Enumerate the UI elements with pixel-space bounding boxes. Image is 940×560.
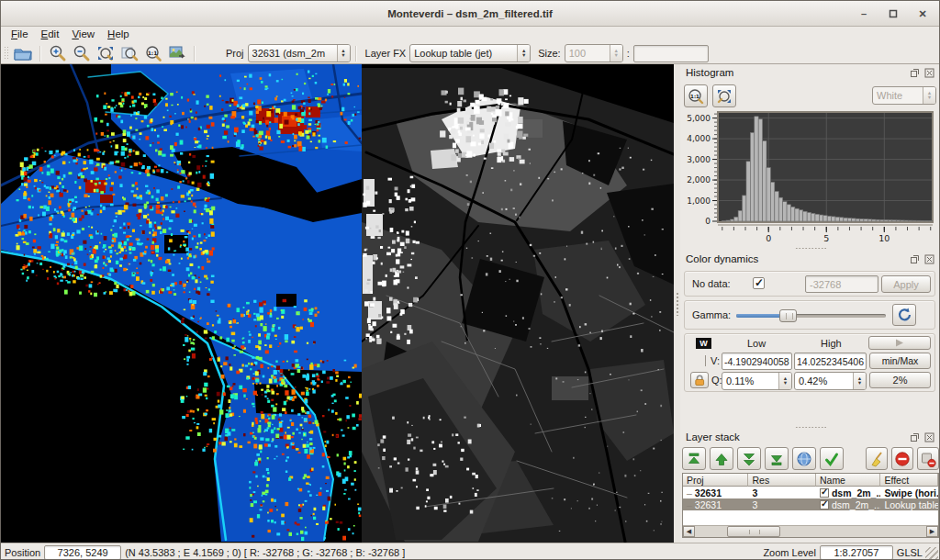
layer-reproject-button[interactable] — [792, 447, 816, 470]
column-header-effect[interactable]: Effect — [880, 474, 938, 487]
zoom-out-button[interactable] — [70, 43, 94, 63]
panel-close-button[interactable] — [923, 431, 935, 443]
image-view[interactable] — [1, 64, 674, 543]
play-icon — [895, 339, 904, 347]
lock-icon — [693, 374, 706, 386]
move-to-top-icon — [686, 451, 702, 467]
svg-text:3,000: 3,000 — [687, 155, 711, 164]
zoom-one-to-one-icon: 1:1 — [143, 44, 163, 62]
panel-close-button[interactable] — [923, 67, 935, 79]
scroll-right-arrow-icon[interactable]: ▶ — [926, 526, 938, 537]
low-header: Low — [747, 338, 766, 349]
no-data-checkbox[interactable] — [753, 277, 765, 289]
quantile-low-spinbox[interactable]: 0.11% ▲▼ — [722, 372, 792, 390]
maximize-button[interactable] — [886, 6, 901, 21]
high-header: High — [821, 338, 842, 349]
histogram-channel-value: White — [873, 90, 923, 101]
zoom-one-to-one-button[interactable]: 1:1 — [141, 43, 165, 63]
zoom-full-extent-button[interactable] — [94, 43, 118, 63]
svg-text:1,000: 1,000 — [687, 196, 711, 206]
table-row[interactable]: – 326313dsm_2m_...Swipe (hori. — [683, 487, 938, 498]
layer-move-bottom-button[interactable] — [765, 447, 789, 470]
histogram-zoom-extent-button[interactable] — [712, 84, 736, 107]
color-dynamics-titlebar: Color dynamics — [680, 251, 940, 267]
double-arrow-down-icon — [741, 451, 757, 467]
histogram-channel-combobox[interactable]: White ▲▼ — [872, 86, 936, 105]
cell-name: dsm_2m_... — [816, 499, 880, 510]
min-max-button[interactable]: min/Max — [869, 353, 931, 369]
two-percent-button[interactable]: 2% — [869, 372, 931, 388]
column-header-res[interactable]: Res — [748, 474, 815, 487]
layer-move-top-button[interactable] — [682, 447, 706, 470]
svg-text:0: 0 — [705, 217, 711, 226]
scroll-left-arrow-icon[interactable]: ◀ — [683, 526, 695, 537]
table-row[interactable]: – 326313dsm_2m_...Lookup table. — [683, 498, 938, 510]
svg-text:0: 0 — [766, 233, 771, 243]
histogram-zoom-1to1-button[interactable]: 1:1 — [684, 84, 708, 107]
right-dock: Histogram 1:1 — [680, 64, 940, 543]
histogram-chart[interactable]: 01,0002,0003,0004,0005,0000510 — [681, 110, 940, 244]
svg-text:10: 10 — [878, 233, 890, 243]
layer-apply-all-button[interactable] — [820, 447, 844, 470]
slider-handle[interactable] — [779, 309, 797, 322]
proj-combobox[interactable]: 32631 (dsm_2m ▲▼ — [248, 44, 351, 62]
value-high-field[interactable]: 14.0252345406 — [794, 353, 867, 370]
panel-float-button[interactable] — [909, 431, 921, 443]
cell-res: 3 — [748, 499, 815, 510]
zoom-level-value: 1:8.27057 — [834, 547, 878, 558]
no-data-field[interactable]: -32768 — [805, 275, 878, 293]
menu-item-help[interactable]: Help — [101, 27, 136, 43]
menu-item-view[interactable]: View — [65, 27, 101, 43]
layer-table[interactable]: ProjResNameEffect – 326313dsm_2m_...Swip… — [682, 473, 939, 538]
play-button[interactable] — [868, 336, 931, 350]
zoom-level-field[interactable]: 1:8.27057 — [820, 545, 893, 560]
scrollbar-thumb[interactable] — [727, 526, 780, 537]
close-button[interactable]: ✕ — [915, 6, 930, 21]
resize-grip[interactable] — [925, 547, 938, 560]
quantile-lock-button[interactable] — [690, 372, 709, 388]
remove-layer-button[interactable] — [891, 447, 913, 470]
menu-item-edit[interactable]: Edit — [35, 27, 66, 43]
monteverdi-window: Monteverdi – dsm_2m_filtered.tif – ✕ Fil… — [0, 0, 940, 560]
apply-button[interactable]: Apply — [881, 275, 931, 293]
value-low-field[interactable]: -4.19029400586 — [722, 353, 792, 370]
layerfx-combobox[interactable]: Lookup table (jet) ▲▼ — [409, 44, 531, 62]
layer-move-up-button[interactable] — [710, 447, 733, 470]
panel-float-button[interactable] — [909, 253, 921, 265]
column-header-proj[interactable]: Proj — [683, 474, 748, 487]
arrow-up-icon — [713, 451, 730, 467]
close-icon — [924, 254, 934, 264]
open-file-button[interactable] — [11, 43, 35, 63]
spin-arrows-icon: ▲▼ — [853, 373, 866, 389]
zoom-in-button[interactable] — [46, 43, 70, 63]
min-max-label: min/Max — [882, 355, 919, 366]
panel-float-button[interactable] — [909, 67, 921, 79]
layer-table-hscrollbar[interactable]: ◀ ▶ — [683, 525, 938, 537]
menu-item-file[interactable]: File — [5, 27, 35, 43]
panel-close-button[interactable] — [923, 253, 935, 265]
zoom-in-icon — [48, 44, 68, 62]
close-icon — [924, 432, 934, 442]
layer-move-down-button[interactable] — [737, 447, 761, 470]
cell-proj: – 32631 — [683, 499, 748, 510]
remove-all-layers-button[interactable] — [917, 447, 939, 470]
layer-visibility-checkbox[interactable] — [820, 488, 829, 498]
size-spinbox[interactable]: 100 ▲▼ — [565, 44, 623, 62]
position-field[interactable]: 7326, 5249 — [44, 545, 121, 560]
title-bar[interactable]: Monteverdi – dsm_2m_filtered.tif – ✕ — [1, 1, 939, 27]
export-screenshot-button[interactable] — [165, 43, 189, 63]
zoom-layer-extent-button[interactable] — [118, 43, 141, 63]
minimize-button[interactable]: – — [856, 6, 871, 21]
dock-splitter[interactable] — [674, 64, 680, 543]
effect-param-field[interactable] — [633, 45, 709, 62]
quantile-high-spinbox[interactable]: 0.42% ▲▼ — [794, 372, 867, 390]
clear-effects-button[interactable] — [866, 447, 888, 470]
gamma-slider[interactable] — [736, 309, 886, 322]
toolbar-handle[interactable] — [4, 46, 8, 61]
layer-visibility-checkbox[interactable] — [820, 500, 829, 510]
quantile-row-label: Q: — [711, 375, 722, 386]
column-header-name[interactable]: Name — [816, 474, 880, 487]
gamma-reset-button[interactable] — [892, 304, 916, 326]
broom-icon — [868, 451, 885, 467]
layer-table-header: ProjResNameEffect — [683, 474, 938, 487]
